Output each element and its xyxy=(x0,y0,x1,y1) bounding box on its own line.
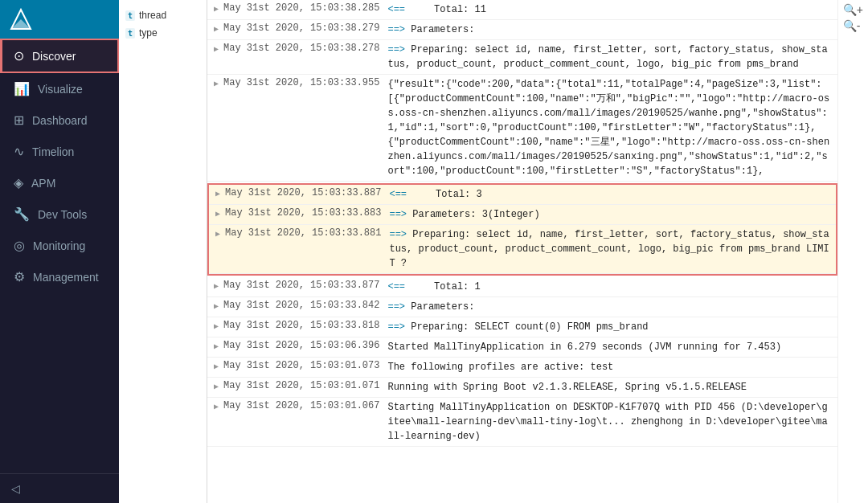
log-message: The following profiles are active: test xyxy=(387,360,613,374)
log-timestamp: May 31st 2020, 15:03:33.842 xyxy=(223,300,379,311)
log-expand-arrow[interactable]: ▶ xyxy=(214,24,219,34)
log-row[interactable]: ▶May 31st 2020, 15:03:01.073The followin… xyxy=(207,358,837,378)
visualize-label: Visualize xyxy=(38,83,83,96)
app-logo xyxy=(0,0,119,39)
log-expand-arrow[interactable]: ▶ xyxy=(214,301,219,311)
log-timestamp: May 31st 2020, 15:03:33.955 xyxy=(223,77,379,88)
log-message: <== Total: 3 xyxy=(389,187,481,202)
log-row[interactable]: ▶May 31st 2020, 15:03:38.285<== Total: 1… xyxy=(207,0,837,20)
log-timestamp: May 31st 2020, 15:03:33.877 xyxy=(223,280,379,291)
sidebar-item-devtools[interactable]: 🔧Dev Tools xyxy=(0,198,119,230)
log-timestamp: May 31st 2020, 15:03:06.396 xyxy=(223,340,379,351)
monitoring-icon: ◎ xyxy=(14,238,25,253)
log-row[interactable]: ▶May 31st 2020, 15:03:06.396Started Mall… xyxy=(207,337,837,358)
log-timestamp: May 31st 2020, 15:03:33.887 xyxy=(225,187,381,198)
log-message: ==> Parameters: xyxy=(387,300,474,314)
filter-label: thread xyxy=(139,10,166,21)
log-message: Running with Spring Boot v2.1.3.RELEASE,… xyxy=(387,380,746,395)
log-expand-arrow[interactable]: ▶ xyxy=(214,321,219,331)
log-arrow: ==> xyxy=(387,44,405,55)
log-message: <== Total: 1 xyxy=(387,280,480,294)
filter-item-thread[interactable]: tthread xyxy=(119,6,207,24)
devtools-label: Dev Tools xyxy=(38,208,87,221)
log-row[interactable]: ▶May 31st 2020, 15:03:33.881==> Preparin… xyxy=(209,225,836,274)
log-timestamp: May 31st 2020, 15:03:33.883 xyxy=(225,207,381,219)
devtools-icon: 🔧 xyxy=(14,207,30,222)
filter-tag: t xyxy=(125,10,135,21)
highlighted-log-group: ▶May 31st 2020, 15:03:33.887<== Total: 3… xyxy=(207,183,837,276)
log-expand-arrow[interactable]: ▶ xyxy=(215,189,220,198)
sidebar-nav: ⊙Discover📊Visualize⊞Dashboard∿Timelion◈A… xyxy=(0,39,119,292)
sidebar-item-monitoring[interactable]: ◎Monitoring xyxy=(0,230,119,261)
log-message: ==> Parameters: 3(Integer) xyxy=(389,207,539,222)
log-arrow: ==> xyxy=(387,24,405,35)
filter-list: tthreadttype xyxy=(119,6,207,42)
log-expand-arrow[interactable]: ▶ xyxy=(214,79,219,88)
log-row[interactable]: ▶May 31st 2020, 15:03:33.877<== Total: 1 xyxy=(207,277,837,297)
log-timestamp: May 31st 2020, 15:03:38.279 xyxy=(223,22,379,34)
main-content: ▶May 31st 2020, 15:03:38.285<== Total: 1… xyxy=(207,0,868,503)
filter-tag: t xyxy=(125,28,135,39)
discover-label: Discover xyxy=(32,50,76,63)
log-message: ==> Preparing: select id, name, first_le… xyxy=(387,43,830,72)
apm-icon: ◈ xyxy=(14,175,23,190)
log-arrow: ==> xyxy=(389,209,407,220)
log-arrow: <== xyxy=(389,189,429,200)
zoom-in-icon[interactable]: 🔍+ xyxy=(843,3,863,16)
log-row[interactable]: ▶May 31st 2020, 15:03:01.067Starting Mal… xyxy=(207,398,837,447)
timelion-icon: ∿ xyxy=(14,144,24,159)
log-timestamp: May 31st 2020, 15:03:33.818 xyxy=(223,320,379,331)
log-timestamp: May 31st 2020, 15:03:01.067 xyxy=(223,400,379,411)
log-row[interactable]: ▶May 31st 2020, 15:03:33.842==> Paramete… xyxy=(207,297,837,317)
sidebar-item-management[interactable]: ⚙Management xyxy=(0,261,119,292)
log-message: ==> Preparing: SELECT count(0) FROM pms_… xyxy=(387,320,648,334)
log-arrow: <== xyxy=(387,4,428,15)
log-message: Started MallTinyApplication in 6.279 sec… xyxy=(387,340,781,354)
log-expand-arrow[interactable]: ▶ xyxy=(215,229,220,239)
visualize-icon: 📊 xyxy=(14,81,30,96)
log-message: ==> Parameters: xyxy=(387,22,474,37)
filter-item-type[interactable]: ttype xyxy=(119,24,207,42)
sidebar-item-dashboard[interactable]: ⊞Dashboard xyxy=(0,104,119,136)
log-expand-arrow[interactable]: ▶ xyxy=(214,402,219,411)
sidebar-item-visualize[interactable]: 📊Visualize xyxy=(0,73,119,104)
log-timestamp: May 31st 2020, 15:03:01.071 xyxy=(223,380,379,391)
apm-label: APM xyxy=(31,177,55,190)
dashboard-label: Dashboard xyxy=(32,114,88,127)
log-arrow: ==> xyxy=(387,301,405,313)
log-expand-arrow[interactable]: ▶ xyxy=(214,44,219,54)
log-expand-arrow[interactable]: ▶ xyxy=(214,382,219,391)
log-arrow: ==> xyxy=(387,321,405,333)
log-row[interactable]: ▶May 31st 2020, 15:03:38.279==> Paramete… xyxy=(207,20,837,40)
log-row[interactable]: ▶May 31st 2020, 15:03:33.818==> Preparin… xyxy=(207,317,837,337)
log-message: {"result":{"code":200,"data":{"total":11… xyxy=(387,77,830,178)
log-timestamp: May 31st 2020, 15:03:38.278 xyxy=(223,43,379,54)
zoom-panel: 🔍+ 🔍- xyxy=(837,0,868,503)
sidebar: ⊙Discover📊Visualize⊞Dashboard∿Timelion◈A… xyxy=(0,0,119,503)
log-arrow: ==> xyxy=(389,229,407,240)
log-timestamp: May 31st 2020, 15:03:33.881 xyxy=(225,227,381,239)
monitoring-label: Monitoring xyxy=(33,239,85,252)
sidebar-item-discover[interactable]: ⊙Discover xyxy=(0,39,119,73)
sidebar-item-timelion[interactable]: ∿Timelion xyxy=(0,136,119,167)
log-table[interactable]: ▶May 31st 2020, 15:03:38.285<== Total: 1… xyxy=(207,0,837,503)
collapse-button[interactable]: ◁ xyxy=(0,473,119,503)
sidebar-item-apm[interactable]: ◈APM xyxy=(0,167,119,198)
log-row[interactable]: ▶May 31st 2020, 15:03:38.278==> Preparin… xyxy=(207,40,837,75)
log-expand-arrow[interactable]: ▶ xyxy=(214,281,219,291)
log-expand-arrow[interactable]: ▶ xyxy=(214,4,219,14)
log-row[interactable]: ▶May 31st 2020, 15:03:33.883==> Paramete… xyxy=(209,205,836,225)
log-row[interactable]: ▶May 31st 2020, 15:03:01.071Running with… xyxy=(207,378,837,398)
log-arrow: <== xyxy=(387,281,428,292)
log-row[interactable]: ▶May 31st 2020, 15:03:33.955{"result":{"… xyxy=(207,75,837,182)
log-message: <== Total: 11 xyxy=(387,2,485,17)
collapse-icon: ◁ xyxy=(11,482,20,495)
discover-icon: ⊙ xyxy=(14,48,24,63)
log-expand-arrow[interactable]: ▶ xyxy=(214,362,219,371)
log-expand-arrow[interactable]: ▶ xyxy=(215,209,220,219)
zoom-out-icon[interactable]: 🔍- xyxy=(843,19,863,32)
management-label: Management xyxy=(33,271,99,284)
log-row[interactable]: ▶May 31st 2020, 15:03:33.887<== Total: 3 xyxy=(209,185,836,205)
log-timestamp: May 31st 2020, 15:03:01.073 xyxy=(223,360,379,371)
log-expand-arrow[interactable]: ▶ xyxy=(214,341,219,351)
